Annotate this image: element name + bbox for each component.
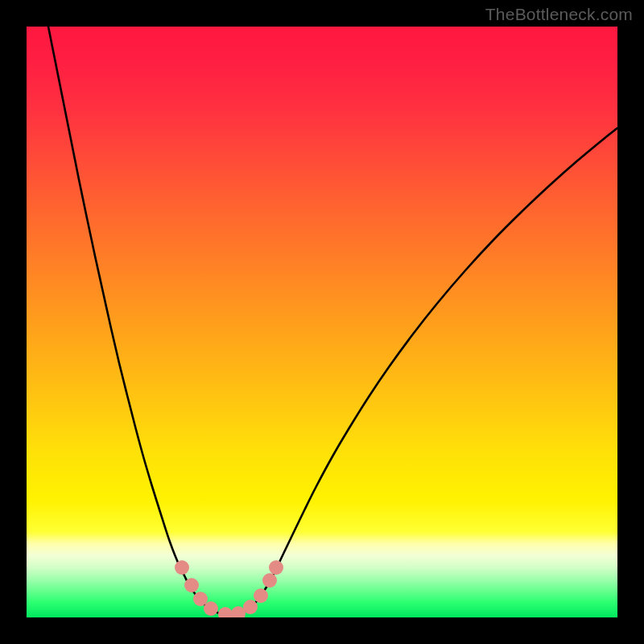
curve-marker bbox=[269, 560, 283, 575]
curve-markers bbox=[175, 560, 283, 617]
bottleneck-curve bbox=[48, 27, 617, 615]
curve-marker bbox=[262, 573, 277, 588]
curve-layer bbox=[27, 27, 617, 617]
curve-marker bbox=[204, 601, 218, 616]
curve-marker bbox=[218, 607, 233, 617]
chart-frame: TheBottleneck.com bbox=[0, 0, 644, 644]
curve-marker bbox=[184, 578, 199, 592]
watermark-text: TheBottleneck.com bbox=[485, 5, 633, 24]
curve-marker bbox=[243, 600, 258, 614]
plot-area bbox=[27, 27, 617, 617]
curve-marker bbox=[254, 588, 268, 603]
curve-marker bbox=[175, 560, 189, 575]
